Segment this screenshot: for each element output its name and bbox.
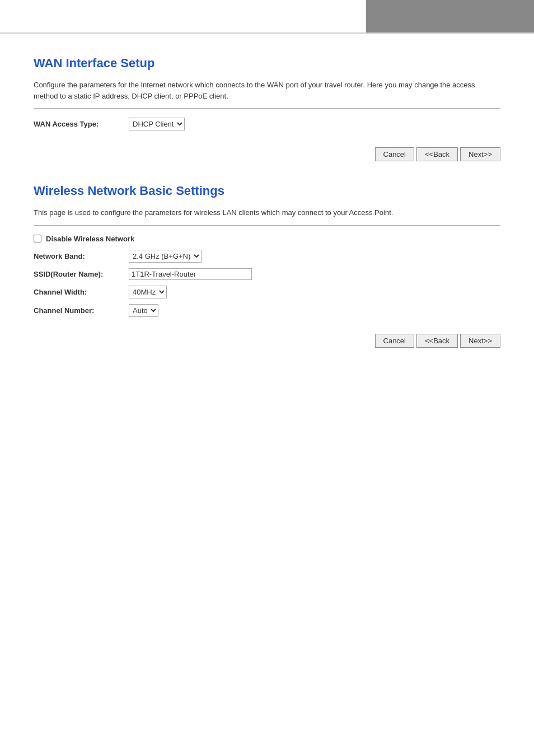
network-band-row: Network Band: 2.4 GHz (B+G+N) 5 GHz (A+N… <box>34 250 500 263</box>
wan-section: WAN Interface Setup Configure the parame… <box>34 56 500 161</box>
channel-width-row: Channel Width: 20MHz 40MHz <box>34 286 500 298</box>
wireless-cancel-button[interactable]: Cancel <box>375 334 414 348</box>
network-band-select[interactable]: 2.4 GHz (B+G+N) 5 GHz (A+N) 2.4 GHz (B+G… <box>129 250 202 263</box>
disable-wireless-label: Disable Wireless Network <box>46 235 134 243</box>
network-band-label: Network Band: <box>34 252 129 260</box>
channel-number-select[interactable]: Auto 1 2 3 4 5 6 7 8 9 10 11 <box>129 304 158 317</box>
top-bar <box>0 0 534 34</box>
wireless-section-description: This page is used to configure the param… <box>34 207 500 218</box>
top-bar-left <box>0 0 366 32</box>
ssid-label: SSID(Router Name): <box>34 270 129 278</box>
channel-number-label: Channel Number: <box>34 306 129 315</box>
wireless-back-button[interactable]: <<Back <box>416 334 458 348</box>
disable-wireless-checkbox[interactable] <box>34 235 41 242</box>
wireless-section-title: Wireless Network Basic Settings <box>34 184 500 198</box>
ssid-row: SSID(Router Name): <box>34 268 500 280</box>
wireless-section-divider <box>34 225 500 226</box>
wan-next-button[interactable]: Next>> <box>460 147 500 161</box>
wan-section-title: WAN Interface Setup <box>34 56 500 71</box>
channel-number-row: Channel Number: Auto 1 2 3 4 5 6 7 8 9 1… <box>34 304 500 317</box>
wan-section-description: Configure the parameters for the Interne… <box>34 80 500 101</box>
disable-wireless-row: Disable Wireless Network <box>34 235 500 243</box>
ssid-input[interactable] <box>129 268 252 280</box>
wireless-section: Wireless Network Basic Settings This pag… <box>34 184 500 348</box>
wireless-button-row: Cancel <<Back Next>> <box>34 334 500 348</box>
wireless-next-button[interactable]: Next>> <box>460 334 500 348</box>
channel-width-select[interactable]: 20MHz 40MHz <box>129 286 167 298</box>
channel-width-label: Channel Width: <box>34 288 129 296</box>
top-bar-right <box>366 0 534 32</box>
wan-access-type-label: WAN Access Type: <box>34 120 129 128</box>
wan-back-button[interactable]: <<Back <box>416 147 458 161</box>
wan-access-type-select[interactable]: DHCP Client Static IP PPPoE <box>129 118 185 130</box>
wan-access-type-row: WAN Access Type: DHCP Client Static IP P… <box>34 118 500 130</box>
wan-cancel-button[interactable]: Cancel <box>375 147 414 161</box>
wan-button-row: Cancel <<Back Next>> <box>34 147 500 161</box>
page-content: WAN Interface Setup Configure the parame… <box>0 34 534 381</box>
wan-section-divider <box>34 108 500 109</box>
